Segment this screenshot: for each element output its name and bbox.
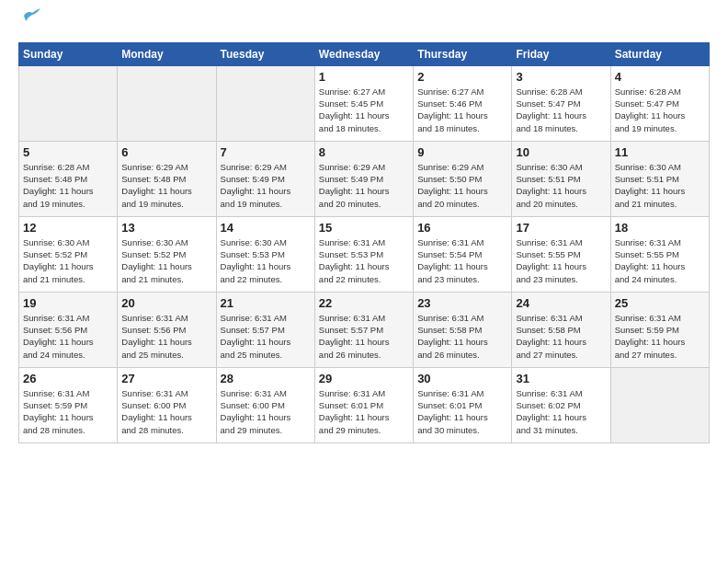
calendar-cell: 9Sunrise: 6:29 AMSunset: 5:50 PMDaylight…	[414, 141, 512, 216]
calendar-cell: 4Sunrise: 6:28 AMSunset: 5:47 PMDaylight…	[610, 65, 709, 141]
calendar-cell: 28Sunrise: 6:31 AMSunset: 6:00 PMDayligh…	[216, 367, 314, 442]
day-info: Sunrise: 6:31 AMSunset: 6:00 PMDaylight:…	[121, 387, 211, 436]
day-info: Sunrise: 6:27 AMSunset: 5:45 PMDaylight:…	[319, 86, 409, 134]
calendar-cell: 12Sunrise: 6:30 AMSunset: 5:52 PMDayligh…	[19, 216, 118, 292]
calendar-cell: 11Sunrise: 6:30 AMSunset: 5:51 PMDayligh…	[610, 141, 709, 216]
weekday-header-saturday: Saturday	[610, 42, 709, 65]
day-number: 8	[319, 145, 409, 159]
calendar-cell: 15Sunrise: 6:31 AMSunset: 5:53 PMDayligh…	[314, 216, 413, 292]
calendar-cell: 22Sunrise: 6:31 AMSunset: 5:57 PMDayligh…	[314, 292, 413, 367]
calendar-cell: 1Sunrise: 6:27 AMSunset: 5:45 PMDaylight…	[314, 65, 413, 141]
day-number: 22	[319, 296, 409, 310]
weekday-header-tuesday: Tuesday	[216, 42, 314, 65]
day-number: 1	[319, 70, 409, 84]
day-number: 20	[121, 296, 211, 310]
day-number: 10	[516, 145, 606, 159]
calendar-cell: 31Sunrise: 6:31 AMSunset: 6:02 PMDayligh…	[512, 367, 610, 442]
day-info: Sunrise: 6:29 AMSunset: 5:48 PMDaylight:…	[121, 161, 211, 210]
day-info: Sunrise: 6:31 AMSunset: 5:58 PMDaylight:…	[516, 312, 606, 361]
day-info: Sunrise: 6:31 AMSunset: 6:00 PMDaylight:…	[221, 387, 311, 436]
day-number: 2	[417, 70, 507, 84]
calendar-cell: 23Sunrise: 6:31 AMSunset: 5:58 PMDayligh…	[414, 292, 512, 367]
calendar-cell: 16Sunrise: 6:31 AMSunset: 5:54 PMDayligh…	[414, 216, 512, 292]
day-info: Sunrise: 6:31 AMSunset: 5:55 PMDaylight:…	[615, 236, 705, 285]
day-info: Sunrise: 6:28 AMSunset: 5:48 PMDaylight:…	[23, 161, 113, 210]
day-info: Sunrise: 6:31 AMSunset: 6:01 PMDaylight:…	[319, 387, 409, 436]
calendar-cell: 21Sunrise: 6:31 AMSunset: 5:57 PMDayligh…	[216, 292, 314, 367]
day-number: 25	[615, 296, 705, 310]
day-info: Sunrise: 6:31 AMSunset: 5:55 PMDaylight:…	[516, 236, 606, 285]
calendar-cell: 3Sunrise: 6:28 AMSunset: 5:47 PMDaylight…	[512, 65, 610, 141]
day-number: 7	[221, 145, 311, 159]
day-number: 29	[319, 372, 409, 385]
day-number: 23	[417, 296, 507, 310]
week-row-5: 26Sunrise: 6:31 AMSunset: 5:59 PMDayligh…	[19, 367, 710, 442]
day-number: 5	[23, 145, 113, 159]
calendar-cell	[118, 65, 216, 141]
day-info: Sunrise: 6:31 AMSunset: 5:57 PMDaylight:…	[319, 312, 409, 361]
calendar-cell: 24Sunrise: 6:31 AMSunset: 5:58 PMDayligh…	[512, 292, 610, 367]
logo-bird-icon	[22, 8, 42, 23]
day-info: Sunrise: 6:30 AMSunset: 5:51 PMDaylight:…	[516, 161, 606, 210]
day-info: Sunrise: 6:31 AMSunset: 6:02 PMDaylight:…	[516, 387, 606, 436]
weekday-header-thursday: Thursday	[414, 42, 512, 65]
calendar-cell: 8Sunrise: 6:29 AMSunset: 5:49 PMDaylight…	[314, 141, 413, 216]
calendar-cell: 7Sunrise: 6:29 AMSunset: 5:49 PMDaylight…	[216, 141, 314, 216]
day-info: Sunrise: 6:31 AMSunset: 5:59 PMDaylight:…	[23, 387, 113, 436]
calendar-cell: 25Sunrise: 6:31 AMSunset: 5:59 PMDayligh…	[610, 292, 709, 367]
day-number: 24	[516, 296, 606, 310]
day-info: Sunrise: 6:31 AMSunset: 5:59 PMDaylight:…	[615, 312, 705, 361]
day-info: Sunrise: 6:31 AMSunset: 5:56 PMDaylight:…	[121, 312, 211, 361]
day-number: 4	[615, 70, 705, 84]
calendar-cell: 30Sunrise: 6:31 AMSunset: 6:01 PMDayligh…	[414, 367, 512, 442]
day-info: Sunrise: 6:31 AMSunset: 5:57 PMDaylight:…	[221, 312, 311, 361]
day-info: Sunrise: 6:30 AMSunset: 5:52 PMDaylight:…	[121, 236, 211, 285]
week-row-2: 5Sunrise: 6:28 AMSunset: 5:48 PMDaylight…	[19, 141, 710, 216]
week-row-4: 19Sunrise: 6:31 AMSunset: 5:56 PMDayligh…	[19, 292, 710, 367]
day-number: 11	[615, 145, 705, 159]
calendar-cell: 5Sunrise: 6:28 AMSunset: 5:48 PMDaylight…	[19, 141, 118, 216]
weekday-header-row: SundayMondayTuesdayWednesdayThursdayFrid…	[19, 42, 710, 65]
weekday-header-sunday: Sunday	[19, 42, 118, 65]
day-number: 15	[319, 221, 409, 235]
day-info: Sunrise: 6:28 AMSunset: 5:47 PMDaylight:…	[516, 86, 606, 134]
page: SundayMondayTuesdayWednesdayThursdayFrid…	[0, 0, 728, 563]
calendar-cell: 26Sunrise: 6:31 AMSunset: 5:59 PMDayligh…	[19, 367, 118, 442]
day-info: Sunrise: 6:29 AMSunset: 5:50 PMDaylight:…	[417, 161, 507, 210]
day-number: 6	[121, 145, 211, 159]
day-number: 18	[615, 221, 705, 235]
day-info: Sunrise: 6:30 AMSunset: 5:52 PMDaylight:…	[23, 236, 113, 285]
weekday-header-friday: Friday	[512, 42, 610, 65]
day-number: 27	[121, 372, 211, 385]
calendar-cell: 14Sunrise: 6:30 AMSunset: 5:53 PMDayligh…	[216, 216, 314, 292]
day-number: 19	[23, 296, 113, 310]
day-number: 9	[417, 145, 507, 159]
day-info: Sunrise: 6:31 AMSunset: 5:56 PMDaylight:…	[23, 312, 113, 361]
calendar-cell: 2Sunrise: 6:27 AMSunset: 5:46 PMDaylight…	[414, 65, 512, 141]
day-info: Sunrise: 6:28 AMSunset: 5:47 PMDaylight:…	[615, 86, 705, 134]
day-info: Sunrise: 6:31 AMSunset: 5:54 PMDaylight:…	[417, 236, 507, 285]
day-number: 31	[516, 372, 606, 385]
day-number: 30	[417, 372, 507, 385]
day-info: Sunrise: 6:31 AMSunset: 6:01 PMDaylight:…	[417, 387, 507, 436]
day-number: 13	[121, 221, 211, 235]
calendar-cell: 10Sunrise: 6:30 AMSunset: 5:51 PMDayligh…	[512, 141, 610, 216]
calendar-cell: 29Sunrise: 6:31 AMSunset: 6:01 PMDayligh…	[314, 367, 413, 442]
calendar-cell: 19Sunrise: 6:31 AMSunset: 5:56 PMDayligh…	[19, 292, 118, 367]
day-number: 16	[417, 221, 507, 235]
day-info: Sunrise: 6:30 AMSunset: 5:53 PMDaylight:…	[221, 236, 311, 285]
day-number: 26	[23, 372, 113, 385]
logo	[18, 15, 42, 33]
day-number: 28	[221, 372, 311, 385]
calendar-cell	[19, 65, 118, 141]
calendar-table: SundayMondayTuesdayWednesdayThursdayFrid…	[18, 42, 710, 443]
day-info: Sunrise: 6:27 AMSunset: 5:46 PMDaylight:…	[417, 86, 507, 134]
week-row-3: 12Sunrise: 6:30 AMSunset: 5:52 PMDayligh…	[19, 216, 710, 292]
day-number: 3	[516, 70, 606, 84]
calendar-cell: 6Sunrise: 6:29 AMSunset: 5:48 PMDaylight…	[118, 141, 216, 216]
day-number: 12	[23, 221, 113, 235]
calendar-cell: 17Sunrise: 6:31 AMSunset: 5:55 PMDayligh…	[512, 216, 610, 292]
day-info: Sunrise: 6:30 AMSunset: 5:51 PMDaylight:…	[615, 161, 705, 210]
day-info: Sunrise: 6:29 AMSunset: 5:49 PMDaylight:…	[221, 161, 311, 210]
week-row-1: 1Sunrise: 6:27 AMSunset: 5:45 PMDaylight…	[19, 65, 710, 141]
